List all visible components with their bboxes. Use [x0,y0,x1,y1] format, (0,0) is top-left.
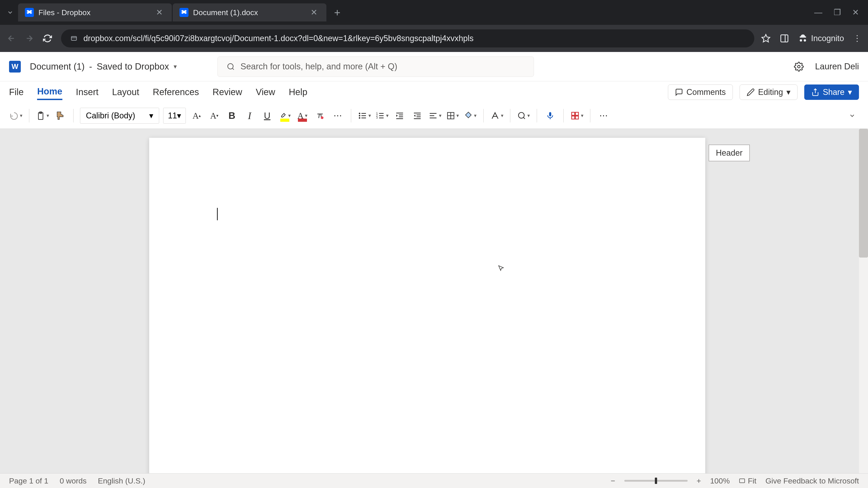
svg-point-10 [321,116,323,119]
header-badge[interactable]: Header [709,144,750,161]
tab-insert[interactable]: Insert [76,85,98,99]
tab-references[interactable]: References [153,85,199,99]
zoom-out-button[interactable]: − [611,477,615,485]
search-placeholder: Search for tools, help, and more (Alt + … [241,62,397,71]
tab-help[interactable]: Help [289,85,307,99]
forward-button[interactable] [25,34,36,43]
search-input[interactable]: Search for tools, help, and more (Alt + … [217,57,534,77]
paste-button[interactable]: ▾ [36,108,49,124]
decrease-indent-button[interactable] [393,108,406,124]
dictate-button[interactable] [544,108,557,124]
increase-indent-button[interactable] [410,108,424,124]
side-panel-icon[interactable] [780,34,789,43]
italic-button[interactable]: I [243,108,256,124]
page-info[interactable]: Page 1 of 1 [9,477,49,485]
font-color-button[interactable]: A ▾ [296,108,309,124]
url-bar[interactable]: dropbox.com/scl/fi/q5c90i07zi8bxargtcvoj… [61,29,754,47]
comments-button[interactable]: Comments [668,85,733,100]
language[interactable]: English (U.S.) [98,477,145,485]
svg-rect-45 [575,116,578,119]
scrollbar-thumb[interactable] [859,129,868,258]
tab-close-icon[interactable]: ✕ [308,8,320,17]
bookmark-icon[interactable] [761,34,771,43]
tab-home[interactable]: Home [37,84,62,100]
clear-formatting-button[interactable] [313,108,327,124]
zoom-percent[interactable]: 100% [710,477,730,485]
document-title[interactable]: Document (1) - Saved to Dropbox ▾ [30,61,177,72]
settings-icon[interactable] [794,62,804,72]
tab-close-icon[interactable]: ✕ [154,8,165,17]
svg-marker-2 [762,35,770,42]
dropbox-favicon-icon [25,8,34,17]
svg-marker-32 [414,115,415,117]
svg-rect-30 [416,116,421,117]
svg-rect-0 [71,37,76,40]
format-painter-button[interactable] [53,108,67,124]
collapse-ribbon-button[interactable] [845,108,859,124]
bold-button[interactable]: B [225,108,239,124]
svg-rect-31 [414,119,421,119]
shrink-font-button[interactable]: A▾ [208,108,221,124]
word-count[interactable]: 0 words [60,477,87,485]
browser-tab-document[interactable]: Document (1).docx ✕ [173,3,327,22]
feedback-link[interactable]: Give Feedback to Microsoft [765,477,859,485]
user-name[interactable]: Lauren Deli [815,62,859,71]
document-name: Document (1) [30,61,85,72]
find-button[interactable]: ▾ [517,108,530,124]
font-name-select[interactable]: Calibri (Body) ▾ [80,108,159,124]
zoom-thumb[interactable] [655,478,657,484]
more-options-button[interactable]: ⋯ [597,108,610,124]
editor-button[interactable]: ▾ [570,108,584,124]
reload-button[interactable] [43,34,54,43]
zoom-slider[interactable] [624,480,688,482]
word-app-icon[interactable]: W [9,61,21,72]
undo-button[interactable]: ▾ [9,108,23,124]
fit-button[interactable]: Fit [739,477,756,485]
chevron-down-icon: ▾ [177,111,181,121]
bullets-button[interactable]: ▾ [358,108,371,124]
minimize-icon[interactable]: — [814,8,822,17]
align-button[interactable]: ▾ [428,108,442,124]
borders-button[interactable]: ▾ [446,108,459,124]
highlight-button[interactable]: ▾ [278,108,291,124]
browser-menu-icon[interactable]: ⋮ [853,34,861,43]
svg-point-13 [359,115,360,117]
svg-rect-26 [396,119,403,119]
tabs-list-button[interactable] [2,7,18,18]
numbering-button[interactable]: 123 ▾ [375,108,389,124]
tab-file[interactable]: File [9,85,24,99]
font-size-select[interactable]: 11 ▾ [163,108,186,124]
chevron-down-icon[interactable]: ▾ [174,63,177,70]
browser-tab-files[interactable]: Files - Dropbox ✕ [18,3,172,22]
back-button[interactable] [7,34,18,43]
maximize-icon[interactable]: ❐ [834,8,841,17]
svg-rect-24 [399,115,403,115]
tab-layout[interactable]: Layout [112,85,139,99]
site-info-icon[interactable] [70,35,78,42]
underline-button[interactable]: U [260,108,274,124]
new-tab-button[interactable]: + [327,6,347,19]
svg-line-6 [232,68,234,70]
svg-rect-35 [430,118,436,118]
close-window-icon[interactable]: ✕ [852,8,859,17]
grow-font-button[interactable]: A▴ [190,108,204,124]
zoom-in-button[interactable]: + [697,477,701,485]
document-page[interactable] [149,138,705,473]
svg-rect-34 [430,115,434,116]
tab-review[interactable]: Review [213,85,242,99]
shading-button[interactable]: ▾ [463,108,477,124]
comments-label: Comments [686,88,726,97]
svg-rect-12 [362,113,366,113]
incognito-indicator[interactable]: Incognito [798,34,844,43]
vertical-scrollbar[interactable] [859,129,868,473]
toolbar-separator [483,109,484,123]
tab-view[interactable]: View [256,85,275,99]
comment-icon [675,88,683,96]
share-button[interactable]: Share ▾ [804,85,859,100]
window-controls: — ❐ ✕ [814,8,866,17]
editing-mode-button[interactable]: Editing ▾ [740,85,798,100]
more-font-options-button[interactable]: ⋯ [331,108,344,124]
home-toolbar: ▾ ▾ Calibri (Body) ▾ 11 ▾ A▴ A▾ B I U ▾ … [0,103,868,129]
svg-rect-46 [740,479,745,483]
styles-button[interactable]: ▾ [490,108,504,124]
